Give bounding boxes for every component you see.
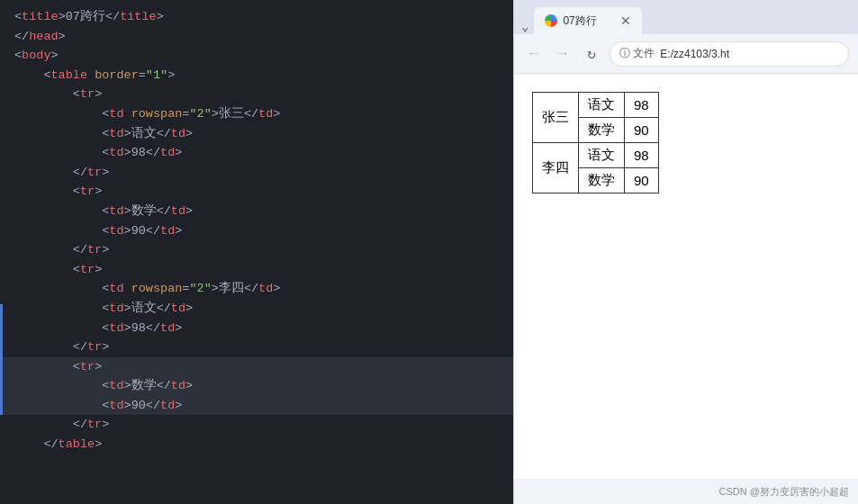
table-cell-subject: 数学 xyxy=(579,168,625,194)
table-cell-score: 98 xyxy=(625,143,659,168)
table-cell-subject: 语文 xyxy=(579,143,625,168)
table-cell-subject: 数学 xyxy=(579,118,625,143)
tab-favicon xyxy=(545,14,557,27)
address-bar[interactable]: ⓘ 文件 E:/zz4103/3.ht xyxy=(610,41,849,67)
code-line: ________</tr> xyxy=(0,415,513,435)
code-line: ________<tr> xyxy=(0,85,513,104)
code-line: ____</table> xyxy=(0,435,513,454)
browser-panel: ⌄ 07跨行 ✕ ← → ↻ ⓘ 文件 E:/zz4103/3.ht 张三 语文… xyxy=(513,0,858,504)
code-line: ____________<td rowspan="2">张三</td> xyxy=(0,104,513,124)
code-line: ____________<td>语文</td> xyxy=(0,124,513,144)
table-row: 张三 语文 98 xyxy=(533,93,659,118)
code-line: ________<tr> xyxy=(0,182,513,202)
code-line: ____<table border="1"> xyxy=(0,66,513,86)
code-line: ____________<td>语文</td> xyxy=(0,299,513,319)
code-line: <body> xyxy=(0,46,513,66)
code-line: ________<tr> xyxy=(0,357,513,377)
footer-text: CSDN @努力变厉害的小超超 xyxy=(719,486,849,497)
code-line: <title>07跨行</title> xyxy=(0,7,513,27)
reload-button[interactable]: ↻ xyxy=(581,43,602,65)
tab-bar: ⌄ 07跨行 ✕ xyxy=(514,0,858,34)
code-line: ________<tr> xyxy=(0,260,513,280)
code-line: </head> xyxy=(0,27,513,47)
code-line: ____________<td>90</td> xyxy=(0,396,513,416)
tab-close-button[interactable]: ✕ xyxy=(620,14,631,28)
table-cell-name: 李四 xyxy=(533,143,579,194)
code-line: ____________<td>98</td> xyxy=(0,319,513,338)
tab-expand-icon[interactable]: ⌄ xyxy=(521,19,528,34)
code-line: ____________<td rowspan="2">李四</td> xyxy=(0,279,513,299)
browser-toolbar: ← → ↻ ⓘ 文件 E:/zz4103/3.ht xyxy=(514,34,858,74)
code-line: ________</tr> xyxy=(0,338,513,357)
table-cell-score: 90 xyxy=(625,168,659,194)
table-cell-score: 90 xyxy=(625,118,659,143)
back-button[interactable]: ← xyxy=(523,43,545,65)
forward-button[interactable]: → xyxy=(552,43,574,65)
address-text: E:/zz4103/3.ht xyxy=(660,48,729,60)
code-line: ________</tr> xyxy=(0,240,513,260)
code-line: ________</tr> xyxy=(0,163,513,183)
demo-table: 张三 语文 98 数学 90 李四 语文 98 数学 90 xyxy=(532,92,659,194)
table-row: 李四 语文 98 xyxy=(533,143,659,168)
code-editor: <title>07跨行</title> </head> <body> ____<… xyxy=(0,0,513,504)
code-line: ____________<td>数学</td> xyxy=(0,202,513,221)
browser-footer: CSDN @努力变厉害的小超超 xyxy=(514,479,858,504)
code-line: ____________<td>数学</td> xyxy=(0,376,513,396)
table-cell-subject: 语文 xyxy=(579,93,625,118)
address-prefix: 文件 xyxy=(633,47,655,59)
browser-content: 张三 语文 98 数学 90 李四 语文 98 数学 90 xyxy=(514,74,858,479)
table-cell-score: 98 xyxy=(625,93,659,118)
browser-tab[interactable]: 07跨行 ✕ xyxy=(534,7,642,34)
code-line: ____________<td>98</td> xyxy=(0,143,513,163)
code-line: ____________<td>90</td> xyxy=(0,221,513,241)
table-cell-name: 张三 xyxy=(533,93,579,143)
lock-icon: ⓘ 文件 xyxy=(619,46,655,61)
tab-title: 07跨行 xyxy=(563,14,596,29)
